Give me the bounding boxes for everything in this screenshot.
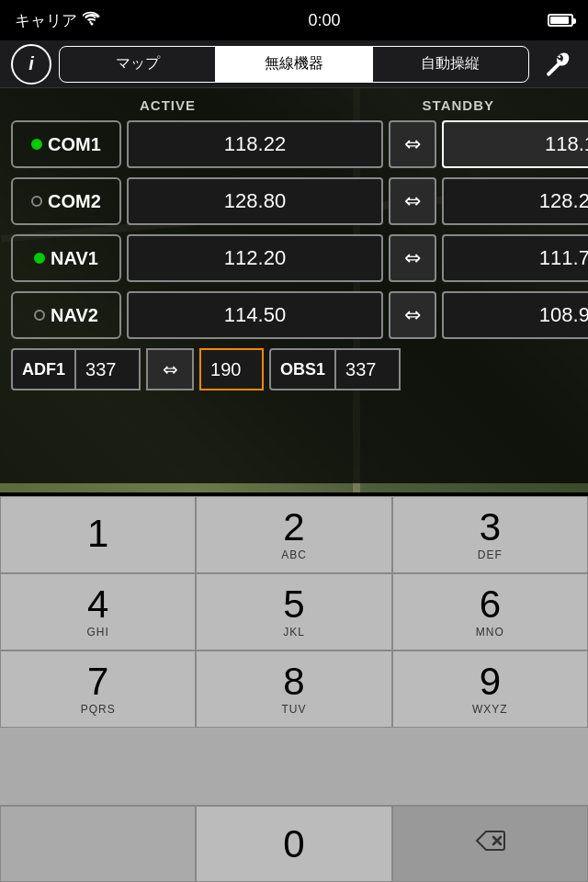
- key-2[interactable]: 2 ABC: [196, 496, 391, 573]
- battery-icon: [548, 14, 573, 27]
- tab-group: マップ 無線機器 自動操縦: [59, 46, 529, 83]
- key-5-main: 5: [283, 585, 304, 624]
- key-0[interactable]: 0: [196, 806, 391, 882]
- tab-bar: i マップ 無線機器 自動操縦: [0, 40, 588, 88]
- nav2-row: NAV2 ⇔: [11, 291, 577, 339]
- com1-dot: [31, 139, 42, 150]
- key-4-sub: GHI: [86, 626, 108, 639]
- wifi-icon: [83, 11, 101, 29]
- key-8-sub: TUV: [281, 703, 306, 716]
- wrench-button[interactable]: [537, 44, 577, 85]
- com2-dot: [31, 196, 42, 207]
- key-9[interactable]: 9 WXYZ: [392, 650, 588, 728]
- nav1-label: NAV1: [51, 248, 98, 269]
- time-display: 0:00: [308, 11, 340, 30]
- adf-freq[interactable]: 337: [76, 348, 141, 390]
- status-bar: キャリア 0:00: [0, 0, 588, 40]
- keypad-bottom-row: 0: [0, 805, 588, 882]
- com2-row: COM2 ⇔: [11, 177, 577, 225]
- nav1-row: NAV1 ⇔: [11, 234, 577, 282]
- com2-standby-freq[interactable]: [442, 177, 588, 225]
- standby-header: STANDBY: [423, 97, 494, 113]
- keypad: 1 2 ABC 3 DEF 4 GHI 5 JKL 6 MNO 7 PQRS: [0, 496, 588, 882]
- key-6-main: 6: [480, 585, 501, 624]
- key-1-main: 1: [87, 514, 108, 553]
- tab-map[interactable]: マップ: [60, 47, 216, 82]
- keypad-grid: 1 2 ABC 3 DEF 4 GHI 5 JKL 6 MNO 7 PQRS: [0, 496, 588, 805]
- radio-header: ACTIVE STANDBY: [11, 97, 577, 113]
- com1-label: COM1: [48, 134, 101, 155]
- tab-autopilot[interactable]: 自動操縦: [373, 47, 528, 82]
- key-5[interactable]: 5 JKL: [196, 573, 391, 650]
- com2-button[interactable]: COM2: [11, 177, 121, 225]
- key-7-sub: PQRS: [81, 703, 116, 716]
- adf-swap-button[interactable]: ⇔: [146, 348, 194, 390]
- nav2-standby-freq[interactable]: [442, 291, 588, 339]
- key-8[interactable]: 8 TUV: [196, 650, 391, 728]
- key-2-main: 2: [283, 508, 304, 547]
- key-4[interactable]: 4 GHI: [0, 573, 196, 650]
- nav1-button[interactable]: NAV1: [11, 234, 121, 282]
- com2-label: COM2: [48, 191, 101, 212]
- key-6[interactable]: 6 MNO: [392, 573, 588, 650]
- nav1-standby-freq[interactable]: [442, 234, 588, 282]
- key-3-main: 3: [480, 508, 501, 547]
- key-9-sub: WXYZ: [472, 703, 508, 716]
- nav1-active-freq[interactable]: [127, 234, 383, 282]
- carrier-label: キャリア: [15, 10, 77, 31]
- active-header: ACTIVE: [140, 97, 196, 113]
- com1-button[interactable]: COM1: [11, 120, 121, 168]
- adf-obs-row: ADF1 337 ⇔ 190 OBS1 337: [11, 348, 577, 390]
- com1-active-freq[interactable]: [127, 120, 383, 168]
- key-1[interactable]: 1: [0, 496, 196, 573]
- key-7[interactable]: 7 PQRS: [0, 650, 196, 728]
- com1-row: COM1 ⇔: [11, 120, 577, 168]
- key-9-main: 9: [480, 662, 501, 701]
- nav2-dot: [34, 310, 45, 321]
- com1-standby-freq[interactable]: [442, 120, 588, 168]
- key-6-sub: MNO: [476, 626, 504, 639]
- key-4-main: 4: [87, 585, 108, 624]
- info-button[interactable]: i: [11, 44, 51, 85]
- key-7-main: 7: [87, 662, 108, 701]
- svg-point-0: [91, 23, 94, 26]
- nav2-active-freq[interactable]: [127, 291, 383, 339]
- com2-active-freq[interactable]: [127, 177, 383, 225]
- adf-active-freq[interactable]: 190: [199, 348, 264, 390]
- nav2-button[interactable]: NAV2: [11, 291, 121, 339]
- key-0-main: 0: [283, 825, 304, 864]
- adf-label: ADF1: [11, 348, 76, 390]
- com2-swap-button[interactable]: ⇔: [389, 177, 436, 225]
- key-delete[interactable]: [392, 806, 588, 882]
- tab-radio[interactable]: 無線機器: [216, 47, 372, 82]
- key-2-sub: ABC: [281, 548, 307, 561]
- com1-swap-button[interactable]: ⇔: [389, 120, 436, 168]
- info-icon: i: [28, 53, 34, 74]
- radio-panel: ACTIVE STANDBY COM1 ⇔ COM2 ⇔ NAV1 ⇔: [0, 88, 588, 483]
- nav2-label: NAV2: [51, 305, 98, 326]
- key-empty-left: [0, 806, 196, 882]
- wrench-icon: [543, 51, 571, 78]
- key-5-sub: JKL: [283, 626, 305, 639]
- key-3[interactable]: 3 DEF: [392, 496, 588, 573]
- nav2-swap-button[interactable]: ⇔: [389, 291, 436, 339]
- key-3-sub: DEF: [478, 548, 503, 561]
- key-8-main: 8: [283, 662, 304, 701]
- nav1-swap-button[interactable]: ⇔: [389, 234, 436, 282]
- obs-freq[interactable]: 337: [336, 348, 401, 390]
- nav1-dot: [34, 253, 45, 264]
- obs-label: OBS1: [269, 348, 336, 390]
- delete-icon: [473, 828, 506, 860]
